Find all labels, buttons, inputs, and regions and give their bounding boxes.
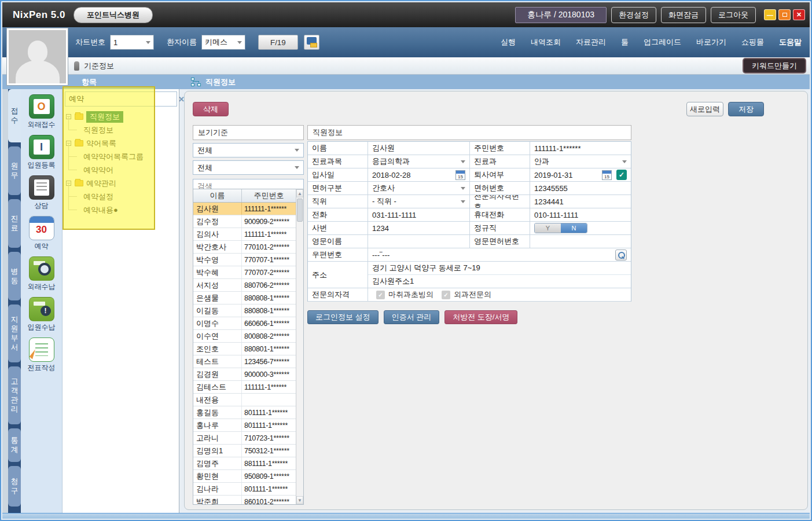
en-name-field[interactable]	[368, 235, 470, 248]
sidebar-tab-접수[interactable]: 접수	[8, 89, 21, 142]
patient-name-select[interactable]: 키메스	[201, 35, 245, 50]
table-row[interactable]: 조인호880801-1******	[193, 343, 296, 355]
table-row[interactable]: 서지성880706-2******	[193, 279, 296, 292]
en-license-field[interactable]	[530, 235, 631, 248]
specialist-no-field[interactable]: 1234441	[530, 195, 631, 208]
toggle-yes[interactable]: Y	[535, 223, 561, 233]
table-row[interactable]: 김테스트111111-1******	[193, 381, 296, 394]
rrn-field[interactable]: 111111-1******	[530, 142, 631, 155]
message-button[interactable]	[304, 35, 319, 50]
zip-search-button[interactable]	[615, 250, 627, 260]
filter-select-2[interactable]: 전체	[193, 160, 304, 175]
maximize-button[interactable]	[778, 9, 791, 20]
sidebar-tab-지원부서[interactable]: 지원부서	[8, 304, 21, 362]
sidebar-tab-통계[interactable]: 통계	[8, 428, 21, 462]
position-select[interactable]: - 직위 -	[368, 195, 470, 208]
table-row[interactable]: 박간호사770101-2******	[193, 241, 296, 254]
fulltime-toggle[interactable]: Y N	[534, 223, 587, 233]
zip-field[interactable]: ---‾---	[368, 248, 631, 261]
table-row[interactable]: 내전용	[193, 394, 296, 406]
menu-item-실행[interactable]: 실행	[501, 37, 516, 47]
table-row[interactable]: 이명수660606-1******	[193, 317, 296, 330]
tree-node-예약내용[interactable]: 예약내용●	[66, 203, 177, 217]
save-button[interactable]: 저장	[728, 102, 764, 116]
prescription-stamp-button[interactable]: 처방전 도장/서명	[444, 310, 517, 324]
table-row[interactable]: 김명의1750312-1******	[193, 445, 296, 457]
tree-node-예약약어목록그룹[interactable]: 예약약어목록그룹	[66, 150, 177, 163]
table-row[interactable]: 고라니710723-1******	[193, 432, 296, 445]
menu-item-툴[interactable]: 툴	[621, 37, 629, 47]
sidebar-tab-고객관리[interactable]: 고객관리	[8, 366, 21, 424]
toggle-no[interactable]: N	[561, 223, 587, 233]
table-row[interactable]: 김사원111111-1******	[193, 203, 296, 215]
menu-item-도움말[interactable]: 도움말	[779, 37, 802, 47]
table-row[interactable]: 김나라801111-1******	[193, 483, 296, 496]
tree-node-직원정보[interactable]: 직원정보	[66, 123, 177, 137]
table-row[interactable]: 이길동880808-1******	[193, 304, 296, 317]
shortcut-전표작성[interactable]: 전표작성	[21, 337, 62, 373]
delete-button[interactable]: 삭제	[193, 102, 229, 116]
shortcut-외래접수[interactable]: 외래접수	[21, 94, 62, 130]
menu-item-업그레이드[interactable]: 업그레이드	[644, 37, 681, 47]
active-section-tab[interactable]: 직원정보	[205, 77, 236, 87]
sidebar-tab-청구[interactable]: 청구	[8, 466, 21, 507]
login-info-button[interactable]: 로그인정보 설정	[307, 310, 379, 324]
menu-item-바로가기[interactable]: 바로가기	[696, 37, 726, 47]
dept-select[interactable]: 안과	[530, 155, 631, 168]
name-field[interactable]: 김사원	[368, 142, 470, 155]
table-row[interactable]: 박수영770707-1******	[193, 254, 296, 266]
resign-date-field[interactable]: 2019-01-31✓	[530, 168, 631, 181]
shortcut-상담[interactable]: 상담	[21, 175, 62, 211]
close-button[interactable]: ✕	[793, 9, 805, 20]
shortcut-예약[interactable]: 예약	[21, 216, 62, 251]
shortcut-입원수납[interactable]: 입원수납	[21, 297, 62, 332]
sidebar-tab-병동[interactable]: 병동	[8, 252, 21, 300]
name-column-header[interactable]: 이름	[193, 189, 242, 202]
table-row[interactable]: 홍나루801111-1******	[193, 419, 296, 432]
table-row[interactable]: 홍길동801111-1******	[193, 406, 296, 419]
shortcut-외래수납[interactable]: 외래수납	[21, 256, 62, 292]
table-row[interactable]: 김수정900909-2******	[193, 215, 296, 228]
resign-checkbox[interactable]: ✓	[616, 170, 627, 180]
dept-subject-select[interactable]: 응급의학과	[368, 155, 470, 168]
license-no-field[interactable]: 12345555	[530, 182, 631, 195]
sidebar-tab-원무[interactable]: 원무	[8, 146, 21, 195]
tree-node-예약설정[interactable]: 예약설정	[66, 190, 177, 203]
license-type-select[interactable]: 간호사	[368, 182, 470, 195]
scroll-thumb[interactable]	[297, 199, 303, 222]
table-row[interactable]: 테스트123456-7******	[193, 355, 296, 368]
address-field-1[interactable]: 경기 고양시 덕양구 동세로 7~19	[368, 262, 631, 275]
keyword-make-button[interactable]: 키워드만들기	[743, 58, 806, 74]
minimize-button[interactable]: —	[764, 9, 776, 20]
table-row[interactable]: 은샘물880808-1******	[193, 292, 296, 304]
settings-button[interactable]: 환경설정	[611, 7, 656, 23]
scroll-up-icon[interactable]: ▲	[296, 189, 303, 197]
table-row[interactable]: 김의사111111-1******	[193, 228, 296, 241]
tree-node-약어목록[interactable]: −약어목록	[66, 137, 177, 150]
table-row[interactable]: 황민현950809-1******	[193, 470, 296, 483]
scrollbar[interactable]: ▲ ▼	[296, 189, 303, 504]
menu-item-자료관리[interactable]: 자료관리	[576, 37, 606, 47]
menu-item-쇼핑몰[interactable]: 쇼핑몰	[741, 37, 764, 47]
table-row[interactable]: 김경원900000-3******	[193, 368, 296, 381]
calendar-icon[interactable]	[455, 170, 465, 180]
logout-button[interactable]: 로그아웃	[711, 7, 756, 23]
hire-date-field[interactable]: 2018-02-28	[368, 168, 470, 181]
scroll-down-icon[interactable]: ▼	[296, 496, 303, 504]
sex-age-button[interactable]: F/19	[258, 35, 298, 50]
shortcut-입원등록[interactable]: 입원등록	[21, 135, 62, 170]
sidebar-tab-진료[interactable]: 진료	[8, 199, 21, 248]
tree-node-예약약어[interactable]: 예약약어	[66, 163, 177, 177]
phone-field[interactable]: 031-111-1111	[368, 208, 470, 221]
mobile-field[interactable]: 010-111-1111	[530, 208, 631, 221]
table-row[interactable]: 박준희860101-2******	[193, 496, 296, 504]
tree-node-직원정보[interactable]: −직원정보	[66, 110, 177, 123]
table-row[interactable]: 이수연800808-2******	[193, 330, 296, 343]
emp-no-field[interactable]: 1234	[368, 222, 470, 234]
menu-item-내역조회[interactable]: 내역조회	[531, 37, 561, 47]
table-row[interactable]: 박수혜770707-2******	[193, 266, 296, 279]
calendar-icon[interactable]	[602, 170, 612, 180]
chart-number-select[interactable]: 1	[110, 35, 154, 50]
address-field-2[interactable]: 김사원주소1	[368, 275, 631, 288]
tree-search-input[interactable]	[65, 95, 174, 104]
